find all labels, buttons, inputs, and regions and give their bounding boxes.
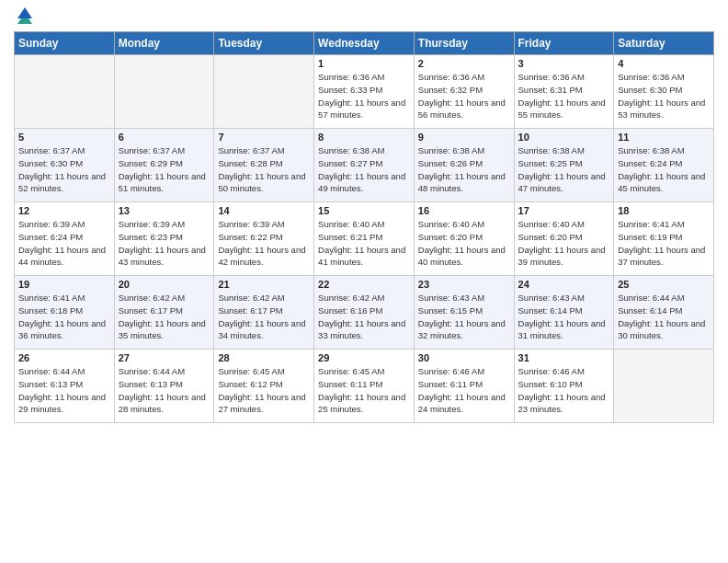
day-info: Sunrise: 6:38 AM Sunset: 6:25 PM Dayligh… (518, 144, 610, 195)
calendar-cell (614, 350, 714, 423)
day-info: Sunrise: 6:43 AM Sunset: 6:15 PM Dayligh… (418, 292, 510, 342)
calendar-dow-thursday: Thursday (414, 32, 514, 55)
calendar-cell (15, 55, 115, 129)
calendar-dow-friday: Friday (514, 32, 614, 55)
calendar-dow-tuesday: Tuesday (214, 32, 314, 55)
day-number: 27 (119, 352, 210, 363)
day-number: 3 (518, 58, 610, 69)
day-number: 5 (18, 132, 110, 143)
calendar-week-row: 12Sunrise: 6:39 AM Sunset: 6:24 PM Dayli… (15, 202, 714, 276)
calendar-cell: 3Sunrise: 6:36 AM Sunset: 6:31 PM Daylig… (514, 55, 614, 129)
calendar-dow-saturday: Saturday (614, 32, 714, 55)
day-info: Sunrise: 6:45 AM Sunset: 6:12 PM Dayligh… (218, 365, 310, 416)
day-info: Sunrise: 6:38 AM Sunset: 6:26 PM Dayligh… (418, 144, 510, 195)
day-number: 11 (618, 132, 710, 143)
day-info: Sunrise: 6:39 AM Sunset: 6:24 PM Dayligh… (18, 218, 110, 269)
calendar-cell: 18Sunrise: 6:41 AM Sunset: 6:19 PM Dayli… (614, 202, 714, 276)
calendar-cell: 12Sunrise: 6:39 AM Sunset: 6:24 PM Dayli… (15, 202, 115, 276)
day-info: Sunrise: 6:45 AM Sunset: 6:11 PM Dayligh… (318, 365, 410, 416)
day-number: 19 (18, 279, 110, 290)
calendar-week-row: 5Sunrise: 6:37 AM Sunset: 6:30 PM Daylig… (15, 129, 714, 202)
day-number: 20 (119, 279, 210, 290)
calendar-cell: 17Sunrise: 6:40 AM Sunset: 6:20 PM Dayli… (514, 202, 614, 276)
day-info: Sunrise: 6:36 AM Sunset: 6:32 PM Dayligh… (418, 71, 510, 121)
calendar-table: SundayMondayTuesdayWednesdayThursdayFrid… (14, 31, 714, 423)
day-number: 25 (618, 279, 710, 290)
day-number: 10 (518, 132, 610, 143)
day-number: 6 (119, 132, 210, 143)
day-number: 12 (18, 205, 110, 216)
day-info: Sunrise: 6:38 AM Sunset: 6:24 PM Dayligh… (618, 144, 710, 195)
calendar-cell: 21Sunrise: 6:42 AM Sunset: 6:17 PM Dayli… (214, 276, 314, 350)
day-number: 31 (518, 352, 610, 363)
svg-marker-0 (17, 7, 32, 18)
day-info: Sunrise: 6:37 AM Sunset: 6:29 PM Dayligh… (119, 144, 210, 195)
calendar-cell: 2Sunrise: 6:36 AM Sunset: 6:32 PM Daylig… (414, 55, 514, 129)
day-number: 30 (418, 352, 510, 363)
day-number: 26 (18, 352, 110, 363)
day-info: Sunrise: 6:38 AM Sunset: 6:27 PM Dayligh… (318, 144, 410, 195)
day-info: Sunrise: 6:46 AM Sunset: 6:11 PM Dayligh… (418, 365, 510, 416)
logo (14, 13, 34, 24)
day-info: Sunrise: 6:39 AM Sunset: 6:22 PM Dayligh… (218, 218, 310, 269)
day-info: Sunrise: 6:36 AM Sunset: 6:31 PM Dayligh… (518, 71, 610, 121)
calendar-cell (114, 55, 214, 129)
day-info: Sunrise: 6:39 AM Sunset: 6:23 PM Dayligh… (119, 218, 210, 269)
day-number: 1 (318, 58, 410, 69)
calendar-cell: 7Sunrise: 6:37 AM Sunset: 6:28 PM Daylig… (214, 129, 314, 202)
day-number: 29 (318, 352, 410, 363)
logo-icon (16, 6, 34, 24)
calendar-cell: 25Sunrise: 6:44 AM Sunset: 6:14 PM Dayli… (614, 276, 714, 350)
day-number: 21 (218, 279, 310, 290)
day-info: Sunrise: 6:40 AM Sunset: 6:20 PM Dayligh… (518, 218, 610, 269)
calendar-dow-wednesday: Wednesday (314, 32, 415, 55)
day-info: Sunrise: 6:36 AM Sunset: 6:33 PM Dayligh… (318, 71, 410, 121)
calendar-cell: 20Sunrise: 6:42 AM Sunset: 6:17 PM Dayli… (114, 276, 214, 350)
day-number: 8 (318, 132, 410, 143)
day-info: Sunrise: 6:46 AM Sunset: 6:10 PM Dayligh… (518, 365, 610, 416)
calendar-cell: 9Sunrise: 6:38 AM Sunset: 6:26 PM Daylig… (414, 129, 514, 202)
day-number: 28 (218, 352, 310, 363)
day-info: Sunrise: 6:40 AM Sunset: 6:21 PM Dayligh… (318, 218, 410, 269)
day-number: 22 (318, 279, 410, 290)
calendar-cell: 24Sunrise: 6:43 AM Sunset: 6:14 PM Dayli… (514, 276, 614, 350)
day-info: Sunrise: 6:44 AM Sunset: 6:13 PM Dayligh… (18, 365, 110, 416)
day-number: 4 (618, 58, 710, 69)
day-info: Sunrise: 6:41 AM Sunset: 6:18 PM Dayligh… (18, 292, 110, 342)
calendar-cell: 26Sunrise: 6:44 AM Sunset: 6:13 PM Dayli… (15, 350, 115, 423)
day-number: 23 (418, 279, 510, 290)
calendar-cell: 29Sunrise: 6:45 AM Sunset: 6:11 PM Dayli… (314, 350, 415, 423)
calendar-cell: 31Sunrise: 6:46 AM Sunset: 6:10 PM Dayli… (514, 350, 614, 423)
calendar-cell: 22Sunrise: 6:42 AM Sunset: 6:16 PM Dayli… (314, 276, 415, 350)
calendar-cell: 19Sunrise: 6:41 AM Sunset: 6:18 PM Dayli… (15, 276, 115, 350)
day-info: Sunrise: 6:44 AM Sunset: 6:14 PM Dayligh… (618, 292, 710, 342)
calendar-cell: 14Sunrise: 6:39 AM Sunset: 6:22 PM Dayli… (214, 202, 314, 276)
calendar-cell: 8Sunrise: 6:38 AM Sunset: 6:27 PM Daylig… (314, 129, 415, 202)
calendar-cell: 30Sunrise: 6:46 AM Sunset: 6:11 PM Dayli… (414, 350, 514, 423)
calendar-dow-monday: Monday (114, 32, 214, 55)
day-number: 14 (218, 205, 310, 216)
day-number: 13 (119, 205, 210, 216)
day-info: Sunrise: 6:41 AM Sunset: 6:19 PM Dayligh… (618, 218, 710, 269)
calendar-week-row: 19Sunrise: 6:41 AM Sunset: 6:18 PM Dayli… (15, 276, 714, 350)
calendar-header-row: SundayMondayTuesdayWednesdayThursdayFrid… (15, 32, 714, 55)
calendar-cell: 4Sunrise: 6:36 AM Sunset: 6:30 PM Daylig… (614, 55, 714, 129)
day-info: Sunrise: 6:36 AM Sunset: 6:30 PM Dayligh… (618, 71, 710, 121)
calendar-week-row: 26Sunrise: 6:44 AM Sunset: 6:13 PM Dayli… (15, 350, 714, 423)
calendar-cell: 28Sunrise: 6:45 AM Sunset: 6:12 PM Dayli… (214, 350, 314, 423)
calendar-cell: 27Sunrise: 6:44 AM Sunset: 6:13 PM Dayli… (114, 350, 214, 423)
day-number: 18 (618, 205, 710, 216)
calendar-cell: 15Sunrise: 6:40 AM Sunset: 6:21 PM Dayli… (314, 202, 415, 276)
day-info: Sunrise: 6:42 AM Sunset: 6:17 PM Dayligh… (119, 292, 210, 342)
day-info: Sunrise: 6:42 AM Sunset: 6:17 PM Dayligh… (218, 292, 310, 342)
day-info: Sunrise: 6:42 AM Sunset: 6:16 PM Dayligh… (318, 292, 410, 342)
day-number: 9 (418, 132, 510, 143)
day-number: 16 (418, 205, 510, 216)
day-info: Sunrise: 6:37 AM Sunset: 6:30 PM Dayligh… (18, 144, 110, 195)
day-info: Sunrise: 6:43 AM Sunset: 6:14 PM Dayligh… (518, 292, 610, 342)
page: SundayMondayTuesdayWednesdayThursdayFrid… (0, 0, 728, 563)
calendar-cell: 10Sunrise: 6:38 AM Sunset: 6:25 PM Dayli… (514, 129, 614, 202)
header (14, 9, 714, 24)
calendar-cell: 6Sunrise: 6:37 AM Sunset: 6:29 PM Daylig… (114, 129, 214, 202)
day-info: Sunrise: 6:40 AM Sunset: 6:20 PM Dayligh… (418, 218, 510, 269)
